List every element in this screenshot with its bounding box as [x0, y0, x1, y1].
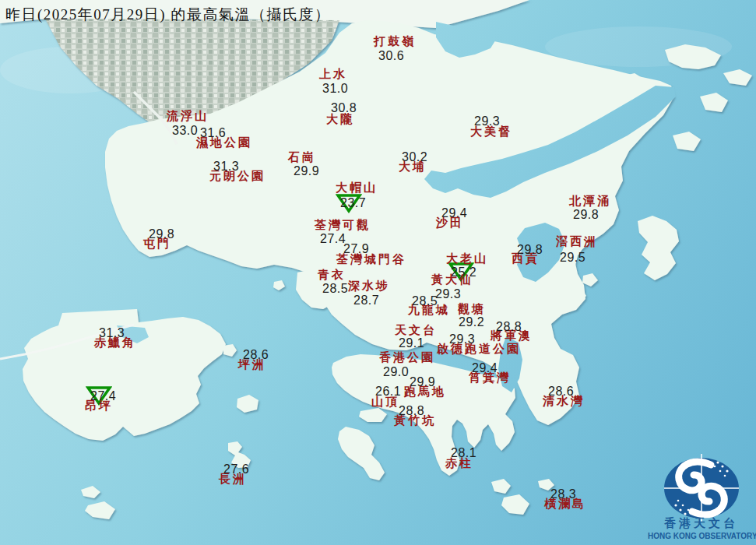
station-name-label: 黃大仙	[431, 274, 473, 286]
station-name-label: 大美督	[470, 126, 512, 138]
station-value-label: 29.5	[560, 251, 585, 264]
station-value-label: 30.8	[331, 102, 357, 114]
station-value-label: 27.9	[343, 243, 369, 255]
station-name-label: 荃灣城門谷	[336, 254, 406, 265]
station-name-label: 大隴	[326, 114, 354, 125]
station-value-label: 26.1	[375, 385, 401, 398]
station-value-label: 29.1	[399, 337, 424, 350]
station-value-label: 28.5	[412, 295, 438, 308]
station-value-label: 27.6	[223, 463, 249, 476]
station-name-label: 石崗	[288, 152, 316, 164]
station-name-label: 滘西洲	[556, 236, 598, 248]
station-value-label: 29.9	[294, 165, 319, 178]
hko-max-temperature-map: 昨日(2025年07月29日) 的最高氣溫（攝氏度） 打鼓嶺30.6上水31.0…	[0, 0, 756, 545]
station-value-label: 29.3	[435, 288, 461, 301]
hko-logo-name-en: HONG KONG OBSERVATORY	[648, 533, 756, 540]
station-value-label: 28.8	[399, 405, 424, 417]
station-name-label: 深水埗	[348, 280, 390, 292]
station-value-label: 30.6	[378, 50, 404, 62]
station-name-label: 荃灣可觀	[315, 220, 371, 231]
station-name-label: 大帽山	[336, 182, 378, 194]
station-value-label: 29.8	[517, 244, 543, 256]
station-value-label: 30.2	[402, 151, 427, 164]
station-value-label: 33.0	[172, 125, 198, 137]
station-name-label: 北潭涌	[569, 195, 611, 207]
station-value-label: 28.5	[322, 283, 348, 295]
station-value-label: 27.4	[90, 390, 116, 403]
station-value-label: 28.3	[550, 488, 576, 501]
station-value-label: 31.0	[322, 83, 348, 95]
station-value-label: 29.3	[474, 115, 500, 128]
map-title: 昨日(2025年07月29日) 的最高氣溫（攝氏度）	[5, 5, 330, 25]
station-name-label: 流浮山	[167, 111, 209, 122]
station-name-label: 天文台	[395, 325, 437, 336]
hong-kong-map	[0, 0, 756, 545]
station-name-label: 青衣	[318, 269, 346, 281]
station-value-label: 23.7	[340, 197, 366, 209]
station-value-label: 29.3	[449, 333, 475, 346]
station-value-label: 28.1	[451, 447, 476, 459]
station-name-label: 香港公園	[379, 352, 435, 364]
station-name-label: 觀塘	[458, 304, 486, 315]
station-value-label: 31.3	[213, 160, 239, 173]
station-value-label: 29.8	[149, 228, 174, 241]
station-value-label: 29.4	[472, 362, 498, 374]
hko-logo-name-zh: 香港天文台	[664, 518, 750, 529]
station-name-label: 山頂	[371, 396, 399, 408]
station-value-label: 27.4	[320, 233, 346, 245]
station-name-label: 上水	[319, 69, 347, 80]
station-value-label: 28.6	[243, 349, 269, 361]
station-value-label: 31.6	[200, 127, 226, 139]
station-value-label: 31.3	[99, 327, 125, 339]
station-value-label: 29.0	[383, 366, 409, 378]
station-name-label: 赤柱	[445, 458, 473, 469]
station-name-label: 打鼓嶺	[374, 36, 416, 47]
station-value-label: 29.8	[573, 209, 599, 221]
station-value-label: 28.7	[353, 294, 379, 307]
station-value-label: 28.8	[496, 321, 522, 333]
station-value-label: 29.9	[410, 376, 435, 389]
station-value-label: 28.6	[548, 385, 574, 398]
station-value-label: 29.2	[459, 316, 484, 329]
station-name-label: 大老山	[446, 253, 488, 265]
station-value-label: 29.4	[441, 207, 467, 220]
